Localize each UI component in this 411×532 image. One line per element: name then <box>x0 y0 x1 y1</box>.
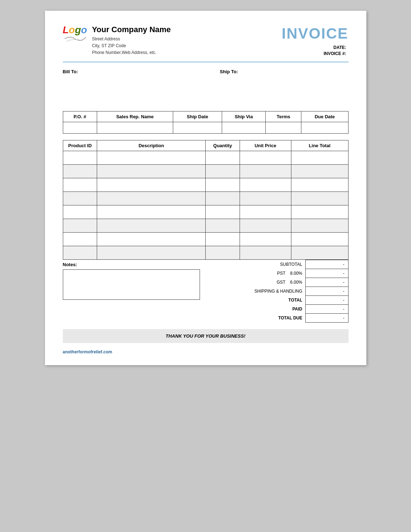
date-label: DATE: <box>334 45 346 50</box>
terms-cell <box>266 122 301 134</box>
line-total-header: Line Total <box>291 140 348 151</box>
product-cell <box>291 151 348 165</box>
product-cell <box>240 246 291 260</box>
gst-label: GST <box>277 280 285 285</box>
product-row <box>63 205 348 219</box>
product-cell <box>97 205 206 219</box>
unit-price-header: Unit Price <box>240 140 291 151</box>
product-cell <box>97 165 206 178</box>
pst-label: PST <box>277 271 285 276</box>
date-row: DATE: <box>282 45 349 50</box>
notes-section: Notes: <box>63 260 200 300</box>
notes-box[interactable] <box>63 269 200 300</box>
logo: Logo <box>63 25 88 46</box>
po-num-header: P.O. # <box>63 111 97 122</box>
product-cell <box>205 205 240 219</box>
ship-via-cell <box>222 122 266 134</box>
product-cell <box>97 219 206 233</box>
invoice-title: INVOICE <box>282 25 349 42</box>
thank-you-text: THANK YOU FOR YOUR BUSINESS! <box>166 333 245 339</box>
product-cell <box>291 205 348 219</box>
invoice-header: Logo Your Company Name Street Address Ci… <box>63 25 349 57</box>
product-cell <box>97 151 206 165</box>
product-cell <box>205 151 240 165</box>
invoice-meta: DATE: INVOICE #: <box>282 45 349 56</box>
quantity-header: Quantity <box>205 140 240 151</box>
product-cell <box>240 192 291 205</box>
po-header-row: P.O. # Sales Rep. Name Ship Date Ship Vi… <box>63 111 348 122</box>
pst-row: PST 8.00% - <box>206 269 349 278</box>
gst-value: - <box>305 278 348 287</box>
product-row <box>63 233 348 246</box>
product-row <box>63 192 348 205</box>
address-line3: Phone Number,Web Address, etc. <box>92 49 171 56</box>
bill-to-block: Bill To: <box>63 69 191 105</box>
logo-swoosh <box>63 34 88 45</box>
product-cell <box>97 246 206 260</box>
products-header-row: Product ID Description Quantity Unit Pri… <box>63 140 348 151</box>
ship-to-label: Ship To: <box>220 69 349 74</box>
ship-date-header: Ship Date <box>173 111 222 122</box>
header-divider <box>63 61 349 63</box>
invoice-num-row: INVOICE #: <box>282 51 349 56</box>
gst-rate: 6.00% <box>290 280 302 285</box>
product-cell <box>63 165 97 178</box>
address-line2: City, ST ZIP Code <box>92 43 171 49</box>
po-table: P.O. # Sales Rep. Name Ship Date Ship Vi… <box>63 111 349 134</box>
invoice-num-label: INVOICE #: <box>324 51 346 56</box>
total-row: TOTAL - <box>206 296 349 305</box>
paid-value: - <box>305 305 348 314</box>
bottom-section: Notes: SUBTOTAL - PST 8.00% <box>63 260 349 323</box>
company-details: Your Company Name Street Address City, S… <box>92 25 171 56</box>
product-cell <box>240 219 291 233</box>
product-row <box>63 178 348 192</box>
sales-rep-header: Sales Rep. Name <box>97 111 173 122</box>
product-cell <box>240 165 291 178</box>
product-cell <box>205 178 240 192</box>
product-cell <box>63 178 97 192</box>
product-cell <box>205 219 240 233</box>
pst-rate: 8.00% <box>290 271 302 276</box>
product-cell <box>63 205 97 219</box>
product-cell <box>205 246 240 260</box>
subtotal-label: SUBTOTAL <box>206 260 306 269</box>
due-date-header: Due Date <box>301 111 348 122</box>
total-value: - <box>305 296 348 305</box>
description-header: Description <box>97 140 206 151</box>
product-cell <box>205 233 240 246</box>
address-line1: Street Address <box>92 36 171 43</box>
product-cell <box>205 165 240 178</box>
product-row <box>63 246 348 260</box>
shipping-value: - <box>305 287 348 296</box>
shipping-row: SHIPPING & HANDLING - <box>206 287 349 296</box>
ship-via-header: Ship Via <box>222 111 266 122</box>
products-table: Product ID Description Quantity Unit Pri… <box>63 140 349 260</box>
footer-website: anotherformofrelief.com <box>63 349 112 354</box>
totals-section: SUBTOTAL - PST 8.00% - GST <box>206 260 349 323</box>
product-cell <box>240 233 291 246</box>
total-due-row: TOTAL DUE - <box>206 314 349 323</box>
ship-date-cell <box>173 122 222 134</box>
product-cell <box>291 233 348 246</box>
gst-label-cell: GST 6.00% <box>206 278 306 287</box>
paid-label: PAID <box>206 305 306 314</box>
sales-rep-cell <box>97 122 173 134</box>
company-address: Street Address City, ST ZIP Code Phone N… <box>92 36 171 56</box>
product-cell <box>63 233 97 246</box>
product-id-header: Product ID <box>63 140 97 151</box>
paid-row: PAID - <box>206 305 349 314</box>
product-cell <box>240 151 291 165</box>
product-cell <box>205 192 240 205</box>
product-cell <box>97 233 206 246</box>
terms-header: Terms <box>266 111 301 122</box>
total-label: TOTAL <box>206 296 306 305</box>
total-due-label: TOTAL DUE <box>206 314 306 323</box>
product-cell <box>240 205 291 219</box>
addresses-section: Bill To: Ship To: <box>63 69 349 105</box>
product-cell <box>97 178 206 192</box>
product-cell <box>291 219 348 233</box>
thank-you-bar: THANK YOU FOR YOUR BUSINESS! <box>63 329 349 343</box>
gst-row: GST 6.00% - <box>206 278 349 287</box>
footer: anotherformofrelief.com <box>63 349 349 354</box>
product-row <box>63 151 348 165</box>
